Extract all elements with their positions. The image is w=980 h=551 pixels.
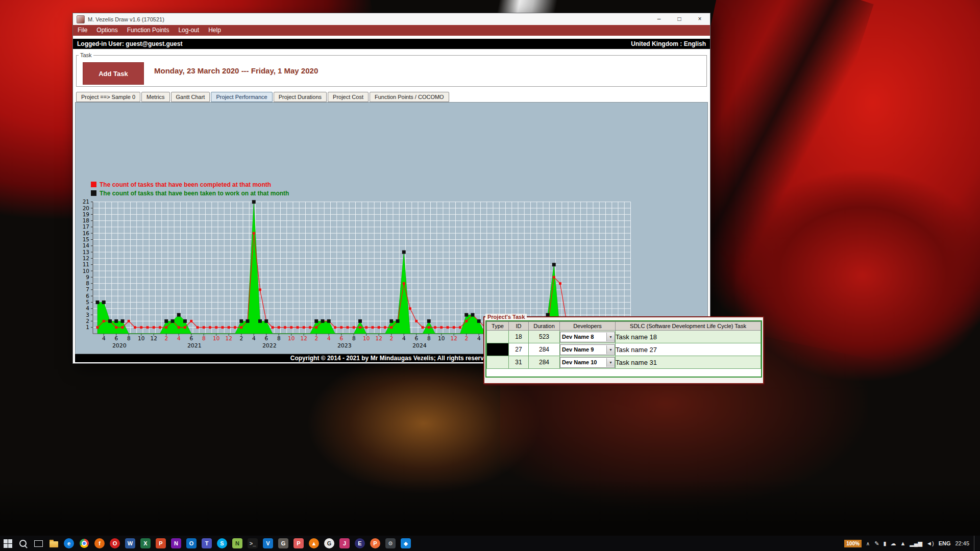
vscode-icon: V	[263, 538, 273, 548]
taskbar-icon-strip: efOWXPNOTSN>_VGP▲GJEP⚙◆	[0, 536, 413, 551]
task-row[interactable]: 27284Dev Name 9▼Task name 27	[487, 343, 761, 356]
svg-text:2021: 2021	[187, 342, 202, 349]
svg-text:8: 8	[202, 335, 206, 341]
tab-gantt-chart[interactable]: Gantt Chart	[171, 92, 210, 102]
column-header-type[interactable]: Type	[487, 322, 509, 331]
developer-select[interactable]: Dev Name 10▼	[560, 357, 615, 368]
column-header-id[interactable]: ID	[509, 322, 529, 331]
tab-project-performance[interactable]: Project Performance	[211, 92, 272, 102]
volume-icon[interactable]: ◄)	[926, 540, 934, 547]
tab-metrics[interactable]: Metrics	[141, 92, 169, 102]
taskbar-icon-teams[interactable]: T	[199, 536, 214, 551]
taken-legend-swatch	[91, 190, 96, 196]
taskbar-icon-vscode[interactable]: V	[260, 536, 276, 551]
svg-text:2024: 2024	[412, 342, 427, 349]
svg-text:11: 11	[83, 261, 89, 267]
svg-text:12: 12	[376, 335, 382, 341]
svg-text:21: 21	[83, 198, 89, 205]
show-desktop-strip[interactable]	[974, 536, 977, 551]
column-header-developers[interactable]: Developers	[560, 322, 616, 331]
taskbar-icon-photos[interactable]: ◆	[398, 536, 413, 551]
taskbar-icon-postman[interactable]: P	[368, 536, 383, 551]
menu-item-function-points[interactable]: Function Points	[122, 25, 174, 36]
taskbar-icon-skype[interactable]: S	[214, 536, 230, 551]
menu-item-help[interactable]: Help	[204, 25, 226, 36]
taskbar-icon-search[interactable]	[15, 536, 31, 551]
cloud-icon[interactable]: ☁	[890, 540, 896, 547]
tab-project-durations[interactable]: Project Durations	[274, 92, 327, 102]
menu-item-log-out[interactable]: Log-out	[174, 25, 204, 36]
menu-item-options[interactable]: Options	[92, 25, 122, 36]
task-table: TypeIDDurationDevelopersSDLC (Software D…	[486, 321, 761, 369]
taskbar-icon-outlook[interactable]: O	[184, 536, 199, 551]
svg-text:10: 10	[363, 335, 370, 341]
taskbar-icon-powerpoint[interactable]: P	[153, 536, 168, 551]
language-indicator[interactable]: ENG	[939, 540, 951, 546]
task-type-cell[interactable]	[487, 331, 509, 343]
svg-text:8: 8	[127, 335, 131, 341]
taskbar-icon-terminal[interactable]: >_	[245, 536, 260, 551]
task-row[interactable]: 18523Dev Name 8▼Task name 18	[487, 331, 761, 343]
taskbar-icon-firefox[interactable]: f	[92, 536, 107, 551]
gimp-icon: G	[278, 538, 288, 548]
developer-dropdown-button[interactable]: ▼	[606, 345, 615, 354]
svg-text:19: 19	[83, 211, 89, 217]
tray-chevron-icon[interactable]: ∧	[866, 541, 870, 546]
window-titlebar[interactable]: M. Vezelis Draw v1.6 (170521) – □ ×	[73, 13, 710, 25]
taskbar-icon-start[interactable]	[0, 536, 15, 551]
add-task-button[interactable]: Add Task	[83, 62, 144, 85]
maximize-button[interactable]: □	[669, 13, 690, 25]
task-row[interactable]: 31284Dev Name 10▼Task name 31	[487, 356, 761, 369]
task-group-label: Task	[79, 52, 93, 58]
taskbar-icon-word[interactable]: W	[122, 536, 138, 551]
pen-icon[interactable]: ✎	[874, 540, 879, 547]
taskbar-icon-github[interactable]: G	[322, 536, 337, 551]
taskbar-icon-settings[interactable]: ⚙	[383, 536, 398, 551]
taskbar-icon-task-view[interactable]	[31, 536, 46, 551]
taskbar-icon-chrome[interactable]	[77, 536, 92, 551]
minimize-button[interactable]: –	[649, 13, 669, 25]
svg-text:20: 20	[83, 205, 89, 211]
menu-bar: FileOptionsFunction PointsLog-outHelp	[73, 25, 710, 36]
battery-percent-badge[interactable]: 100%	[844, 540, 862, 547]
task-type-cell[interactable]	[487, 343, 509, 356]
task-type-cell[interactable]	[487, 356, 509, 369]
column-header-sdlc-software-development-life-cycle-task[interactable]: SDLC (Software Development Life Cycle) T…	[616, 322, 761, 331]
taskbar-icon-vlc[interactable]: ▲	[306, 536, 322, 551]
menu-item-file[interactable]: File	[73, 25, 92, 36]
network-icon[interactable]: ▂▄▆	[910, 540, 922, 547]
taskbar-icon-onenote[interactable]: N	[168, 536, 184, 551]
taskbar-icon-paint[interactable]: P	[291, 536, 306, 551]
taskbar-icon-notepad-plus[interactable]: N	[230, 536, 245, 551]
svg-text:4: 4	[177, 335, 181, 341]
tab-project-sample-0[interactable]: Project ==> Sample 0	[76, 92, 140, 102]
update-icon[interactable]: ▲	[900, 540, 905, 547]
svg-text:5: 5	[86, 299, 89, 305]
tab-strip: Project ==> Sample 0MetricsGantt ChartPr…	[76, 92, 450, 102]
developer-dropdown-button[interactable]: ▼	[606, 358, 615, 367]
taskbar-icon-gimp[interactable]: G	[276, 536, 291, 551]
settings-icon: ⚙	[385, 538, 396, 548]
taskbar-icon-intellij[interactable]: J	[337, 536, 352, 551]
completed-legend-row: The count of tasks that have been comple…	[91, 180, 289, 189]
task-name: Task name 18	[616, 331, 761, 343]
developer-select[interactable]: Dev Name 9▼	[560, 344, 615, 355]
tab-project-cost[interactable]: Project Cost	[328, 92, 369, 102]
svg-text:10: 10	[438, 335, 445, 341]
close-button[interactable]: ×	[690, 13, 710, 25]
svg-text:2: 2	[389, 335, 393, 341]
clock[interactable]: 22:45	[955, 540, 969, 546]
battery-icon[interactable]: ▮	[883, 540, 886, 547]
taskbar-icon-eclipse[interactable]: E	[352, 536, 368, 551]
svg-text:2: 2	[164, 335, 168, 341]
developer-select[interactable]: Dev Name 8▼	[560, 332, 615, 342]
column-header-duration[interactable]: Duration	[529, 322, 560, 331]
svg-text:6: 6	[114, 335, 118, 341]
taskbar-icon-edge[interactable]: e	[61, 536, 77, 551]
task-id: 27	[509, 343, 529, 356]
tab-function-points-cocomo[interactable]: Function Points / COCOMO	[370, 92, 449, 102]
taskbar-icon-excel[interactable]: X	[138, 536, 153, 551]
taskbar-icon-opera[interactable]: O	[107, 536, 122, 551]
developer-dropdown-button[interactable]: ▼	[606, 333, 615, 341]
taskbar-icon-file-explorer[interactable]	[46, 536, 61, 551]
